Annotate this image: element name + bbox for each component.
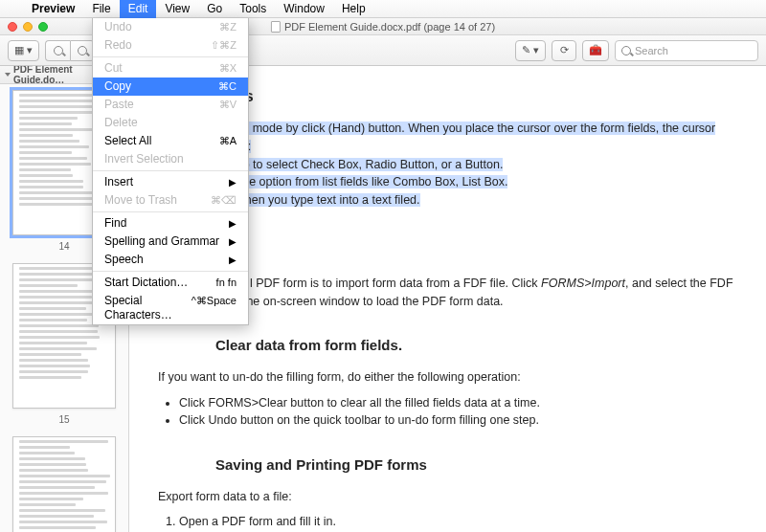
search-placeholder: Search (635, 45, 668, 56)
zoom-out-icon (54, 46, 63, 55)
edit-dropdown: Undo⌘Z Redo⇧⌘Z Cut⌘X Copy⌘C Paste⌘V Dele… (92, 18, 249, 325)
document-icon (271, 21, 281, 33)
body-text: Export form data to a file: (158, 488, 737, 506)
menu-file[interactable]: File (83, 0, 119, 18)
thumbnail-label: 14 (58, 241, 69, 252)
menu-select-all[interactable]: Select All⌘A (93, 132, 248, 150)
menu-paste[interactable]: Paste⌘V (93, 96, 248, 114)
menu-speech[interactable]: Speech▶ (93, 251, 248, 269)
page-thumbnail[interactable] (12, 436, 116, 532)
list-item: Click Undo button on the quick toolbar t… (179, 411, 737, 430)
heading: Saving and Printing PDF forms (215, 454, 737, 477)
search-icon (621, 46, 631, 55)
menu-tools[interactable]: Tools (231, 0, 275, 18)
menu-help[interactable]: Help (333, 0, 374, 18)
menu-delete[interactable]: Delete (93, 114, 248, 132)
menu-find[interactable]: Find▶ (93, 214, 248, 233)
menu-spelling[interactable]: Spelling and Grammar▶ (93, 233, 248, 251)
menu-go[interactable]: Go (198, 0, 231, 18)
heading: Clear data from form fields. (215, 335, 737, 357)
menu-bar: Preview File Edit View Go Tools Window H… (0, 0, 766, 18)
chevron-right-icon: ▶ (229, 175, 237, 189)
menu-invert-selection[interactable]: Invert Selection (93, 150, 248, 168)
disclosure-triangle-icon (5, 73, 11, 77)
minimize-icon[interactable] (23, 22, 33, 32)
chevron-right-icon: ▶ (229, 216, 237, 231)
document-title: PDF Element Guide.docx.pdf (page 14 of 2… (284, 21, 495, 33)
search-input[interactable]: Search (615, 40, 758, 61)
rotate-button[interactable]: ⟳ (552, 40, 576, 61)
menu-undo[interactable]: Undo⌘Z (93, 18, 248, 36)
menu-start-dictation[interactable]: Start Dictation…fn fn (93, 274, 248, 292)
zoom-out-button[interactable] (45, 40, 70, 61)
body-text: If you want to un-do the filling form, d… (158, 368, 737, 387)
view-mode-button[interactable]: ▦ ▾ (8, 40, 39, 61)
zoom-in-icon (78, 46, 87, 55)
thumbnail-label: 15 (58, 414, 69, 425)
menu-insert[interactable]: Insert▶ (93, 173, 248, 191)
markup-button[interactable]: 🧰 (582, 40, 609, 61)
list-item: Open a PDF form and fill it in. (179, 513, 737, 531)
maximize-icon[interactable] (38, 22, 48, 32)
list-item: Click FORMS>Clear button to clear all th… (179, 394, 737, 412)
menu-edit[interactable]: Edit (120, 0, 157, 18)
chevron-right-icon: ▶ (229, 253, 237, 267)
menu-app[interactable]: Preview (23, 0, 83, 18)
highlight-button[interactable]: ✎ ▾ (515, 40, 546, 61)
menu-view[interactable]: View (156, 0, 198, 18)
menu-redo[interactable]: Redo⇧⌘Z (93, 36, 248, 55)
chevron-right-icon: ▶ (229, 234, 237, 249)
menu-move-to-trash[interactable]: Move to Trash⌘⌫ (93, 191, 248, 210)
menu-cut[interactable]: Cut⌘X (93, 59, 248, 78)
close-icon[interactable] (8, 22, 17, 32)
menu-window[interactable]: Window (275, 0, 333, 18)
menu-copy[interactable]: Copy⌘C (93, 78, 248, 96)
menu-special-characters[interactable]: Special Characters…^⌘Space (93, 292, 248, 324)
